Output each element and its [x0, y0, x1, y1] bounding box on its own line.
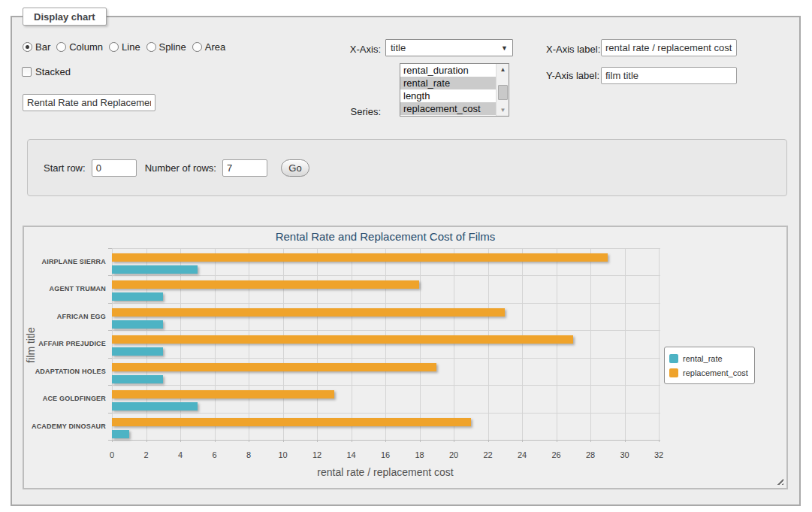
- y-gridline: [112, 358, 660, 359]
- legend-swatch: [669, 354, 678, 363]
- chart-title-input[interactable]: [23, 94, 155, 111]
- series-option-length[interactable]: length: [400, 89, 496, 102]
- scroll-up-icon[interactable]: ▲: [497, 64, 509, 75]
- chart-type-column[interactable]: Column: [56, 41, 103, 53]
- row-range-panel: Start row: Number of rows: Go: [27, 139, 787, 196]
- bar-rental_rate[interactable]: [112, 347, 163, 356]
- series-option-rental_duration[interactable]: rental_duration: [400, 64, 496, 77]
- bar-rental_rate[interactable]: [112, 320, 163, 329]
- x-tick-label: 28: [575, 450, 605, 459]
- x-gridline: [488, 248, 489, 440]
- bar-replacement_cost[interactable]: [112, 390, 334, 398]
- x-tick-label: 32: [644, 450, 674, 459]
- chart-title: Rental Rate and Replacement Cost of Film…: [24, 230, 747, 243]
- chart-type-label: Spline: [159, 41, 186, 53]
- bar-rental_rate[interactable]: [112, 375, 163, 383]
- bar-rental_rate[interactable]: [112, 292, 163, 301]
- x-axis-line: [112, 440, 660, 441]
- y-axis-label-input[interactable]: [601, 67, 737, 84]
- x-gridline: [317, 248, 318, 440]
- x-tick-label: 18: [405, 450, 435, 459]
- radio-button[interactable]: [109, 42, 119, 52]
- stacked-checkbox-row[interactable]: Stacked: [22, 66, 71, 77]
- x-tick-label: 2: [131, 450, 161, 459]
- series-select-label: Series:: [335, 106, 381, 117]
- x-axis-selected-value: title: [391, 42, 406, 53]
- x-gridline: [215, 248, 216, 440]
- radio-button[interactable]: [23, 42, 32, 52]
- bar-rental_rate[interactable]: [112, 430, 129, 438]
- y-gridline: [112, 330, 660, 331]
- category-label: AFRICAN EGG: [24, 313, 106, 320]
- x-tick-label: 16: [370, 450, 400, 459]
- x-gridline: [146, 248, 147, 440]
- x-tick-label: 0: [97, 450, 127, 459]
- display-chart-fieldset: Display chart BarColumnLineSplineArea St…: [11, 16, 801, 506]
- series-listbox[interactable]: rental_durationrental_ratelengthreplacem…: [400, 63, 509, 117]
- chart-legend: rental_ratereplacement_cost: [664, 347, 755, 384]
- bar-rental_rate[interactable]: [112, 402, 198, 411]
- x-gridline: [522, 248, 523, 440]
- stacked-checkbox[interactable]: [22, 67, 32, 77]
- category-label: ACADEMY DINOSAUR: [24, 423, 106, 430]
- series-scrollbar[interactable]: ▲ ▼: [496, 64, 509, 116]
- x-gridline: [454, 248, 454, 440]
- category-label: ADAPTATION HOLES: [24, 368, 106, 375]
- chart-type-line[interactable]: Line: [109, 41, 140, 53]
- y-gridline: [112, 275, 660, 276]
- x-tick-label: 8: [234, 450, 264, 459]
- legend-swatch: [669, 368, 678, 377]
- series-option-rental_rate[interactable]: rental_rate: [400, 77, 496, 89]
- radio-button[interactable]: [192, 42, 202, 52]
- go-button[interactable]: Go: [281, 159, 309, 177]
- x-tick-label: 24: [507, 450, 537, 459]
- bar-replacement_cost[interactable]: [112, 280, 419, 289]
- start-row-label: Start row:: [44, 162, 86, 174]
- legend-item-rental_rate[interactable]: rental_rate: [669, 351, 748, 365]
- category-label: AIRPLANE SIERRA: [24, 258, 106, 265]
- resize-grip-icon[interactable]: [775, 477, 783, 485]
- x-tick-label: 4: [165, 450, 195, 459]
- y-axis-label-label: Y-Axis label:: [546, 70, 599, 81]
- category-label: AFFAIR PREJUDICE: [24, 340, 106, 347]
- scrollbar-thumb[interactable]: [498, 85, 508, 100]
- series-options: rental_durationrental_ratelengthreplacem…: [400, 64, 496, 116]
- bar-replacement_cost[interactable]: [112, 335, 573, 344]
- radio-button[interactable]: [56, 42, 66, 52]
- x-gridline: [659, 248, 660, 440]
- x-gridline: [249, 248, 249, 440]
- number-of-rows-input[interactable]: [222, 159, 267, 177]
- bar-replacement_cost[interactable]: [112, 308, 505, 317]
- chart-type-bar[interactable]: Bar: [23, 41, 50, 53]
- x-tick-label: 22: [473, 450, 503, 459]
- x-gridline: [283, 248, 284, 440]
- x-axis-label-input[interactable]: [601, 39, 737, 56]
- category-label: AGENT TRUMAN: [24, 285, 106, 292]
- bar-replacement_cost[interactable]: [112, 363, 436, 371]
- x-tick-label: 12: [302, 450, 332, 459]
- chart-container: Rental Rate and Replacement Cost of Film…: [23, 226, 788, 489]
- chart-type-label: Column: [69, 41, 103, 53]
- series-option-replacement_cost[interactable]: replacement_cost: [400, 102, 496, 115]
- bar-replacement_cost[interactable]: [112, 253, 608, 262]
- legend-label: replacement_cost: [683, 368, 748, 377]
- bar-rental_rate[interactable]: [112, 265, 198, 274]
- x-gridline: [420, 248, 421, 440]
- chart-type-area[interactable]: Area: [192, 41, 225, 53]
- x-tick-label: 6: [200, 450, 230, 459]
- chart-type-spline[interactable]: Spline: [146, 41, 186, 53]
- bar-replacement_cost[interactable]: [112, 418, 471, 426]
- scroll-down-icon[interactable]: ▼: [497, 105, 509, 116]
- x-tick-label: 14: [337, 450, 367, 459]
- radio-button[interactable]: [146, 42, 156, 52]
- x-gridline: [112, 248, 113, 440]
- x-axis-select[interactable]: title ▼: [385, 39, 513, 56]
- x-axis-label-label: X-Axis label:: [546, 44, 600, 55]
- x-gridline: [590, 248, 591, 440]
- x-gridline: [352, 248, 352, 440]
- x-tick-label: 30: [610, 450, 640, 459]
- legend-item-replacement_cost[interactable]: replacement_cost: [669, 365, 748, 380]
- chart-type-label: Bar: [35, 41, 50, 53]
- x-axis-title: rental rate / replacement cost: [24, 466, 747, 478]
- start-row-input[interactable]: [92, 159, 137, 177]
